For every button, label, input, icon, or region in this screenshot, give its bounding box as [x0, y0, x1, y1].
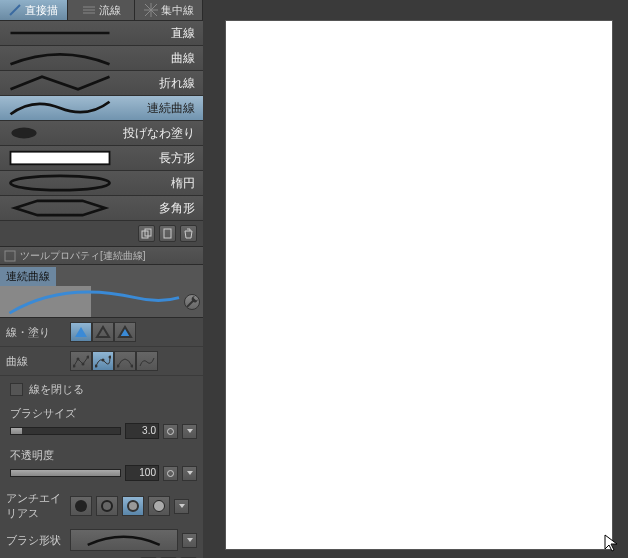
- tool-label: 直線: [120, 25, 203, 42]
- brush-shape-row: ブラシ形状: [0, 525, 203, 555]
- canvas[interactable]: [225, 20, 613, 550]
- tool-item-polyline[interactable]: 折れ線: [0, 71, 203, 96]
- opacity-value[interactable]: 100: [125, 465, 159, 481]
- svg-point-14: [102, 359, 105, 362]
- tab-direct-draw[interactable]: 直接描: [0, 0, 68, 20]
- tool-item-cont-curve[interactable]: 連続曲線: [0, 96, 203, 121]
- left-panel: 直接描 流線 集中線 直線 曲線 折れ線 連続曲線 投げなわ塗り: [0, 0, 203, 558]
- tab-label: 流線: [99, 3, 121, 18]
- svg-line-0: [10, 5, 20, 15]
- curve-type-1[interactable]: [70, 351, 92, 371]
- antialias-options: [70, 496, 170, 516]
- line-fill-toggle[interactable]: [114, 322, 136, 342]
- curve-type-2[interactable]: [92, 351, 114, 371]
- bezier-icon: [117, 354, 133, 368]
- antialias-dropdown[interactable]: [174, 499, 189, 514]
- svg-point-17: [131, 365, 134, 368]
- polyline-icon: [73, 354, 89, 368]
- curve-type-toggles: [70, 351, 158, 371]
- cursor-icon: [604, 534, 618, 552]
- opacity-row: 不透明度 100: [0, 445, 203, 487]
- prop-icon: [4, 250, 16, 262]
- svg-point-11: [82, 363, 85, 366]
- aa-none[interactable]: [70, 496, 92, 516]
- flow-icon: [82, 3, 96, 17]
- svg-rect-3: [11, 152, 110, 165]
- opacity-dropdown[interactable]: [182, 466, 197, 481]
- brush-size-value[interactable]: 3.0: [125, 423, 159, 439]
- preset-preview: [0, 286, 203, 318]
- preset-stroke-icon: [0, 286, 203, 317]
- svg-point-16: [117, 365, 120, 368]
- tab-label: 直接描: [25, 3, 58, 18]
- close-line-row[interactable]: 線を閉じる: [0, 376, 203, 403]
- chevron-down-icon: [186, 469, 194, 477]
- new-button[interactable]: [159, 225, 176, 242]
- wrench-icon: [185, 295, 199, 309]
- opacity-link-button[interactable]: [163, 466, 178, 481]
- curve-type-4[interactable]: [136, 351, 158, 371]
- tool-label: 楕円: [120, 175, 203, 192]
- brush-shape-preview[interactable]: [70, 529, 178, 551]
- link-icon: [166, 469, 175, 478]
- preview-ellipse-icon: [0, 171, 120, 195]
- opacity-label: 不透明度: [10, 448, 197, 463]
- tool-list: 直線 曲線 折れ線 連続曲線 投げなわ塗り 長方形 楕円 多角形: [0, 20, 203, 221]
- gutter: [203, 0, 225, 558]
- curve-label: 曲線: [6, 354, 66, 369]
- svg-point-19: [168, 470, 174, 476]
- preset-name: 連続曲線: [0, 267, 56, 286]
- delete-button[interactable]: [180, 225, 197, 242]
- tool-label: 長方形: [120, 150, 203, 167]
- tool-label: 曲線: [120, 50, 203, 67]
- tool-item-ellipse[interactable]: 楕円: [0, 171, 203, 196]
- curve-type-3[interactable]: [114, 351, 136, 371]
- aa-weak[interactable]: [96, 496, 118, 516]
- top-strip: [203, 0, 628, 20]
- close-line-checkbox[interactable]: [10, 383, 23, 396]
- spline-icon: [95, 354, 111, 368]
- svg-point-4: [11, 176, 110, 190]
- line-icon: [8, 3, 22, 17]
- settings-button[interactable]: [184, 294, 200, 310]
- preview-polygon-icon: [0, 196, 120, 220]
- tool-label: 連続曲線: [120, 100, 203, 117]
- svg-rect-7: [164, 229, 171, 238]
- preset-bar: 連続曲線: [0, 265, 203, 286]
- brush-shape-dropdown[interactable]: [182, 533, 197, 548]
- tab-label: 集中線: [161, 3, 194, 18]
- chevron-down-icon: [186, 427, 194, 435]
- tool-item-rect[interactable]: 長方形: [0, 146, 203, 171]
- aa-mid[interactable]: [122, 496, 144, 516]
- tool-item-line[interactable]: 直線: [0, 21, 203, 46]
- fill-only-toggle[interactable]: [70, 322, 92, 342]
- brush-size-row: ブラシサイズ 3.0: [0, 403, 203, 445]
- tool-label: 投げなわ塗り: [120, 125, 203, 142]
- brush-size-link-button[interactable]: [163, 424, 178, 439]
- preview-polyline-icon: [0, 71, 120, 95]
- svg-point-13: [95, 365, 98, 368]
- shape-stroke-icon: [76, 532, 171, 548]
- tool-label: 折れ線: [120, 75, 203, 92]
- close-line-label: 線を閉じる: [29, 382, 84, 397]
- brush-size-slider[interactable]: [10, 427, 121, 435]
- preview-line-icon: [0, 21, 120, 45]
- tab-flowlines[interactable]: 流線: [68, 0, 136, 20]
- tab-focuslines[interactable]: 集中線: [135, 0, 203, 20]
- property-header: ツールプロパティ[連続曲線]: [0, 247, 203, 265]
- link-icon: [166, 427, 175, 436]
- line-only-toggle[interactable]: [92, 322, 114, 342]
- brush-size-dropdown[interactable]: [182, 424, 197, 439]
- tool-item-polygon[interactable]: 多角形: [0, 196, 203, 221]
- line-fill-icon: [117, 325, 133, 339]
- svg-point-10: [77, 358, 80, 361]
- antialias-label: アンチエイリアス: [6, 491, 66, 521]
- tool-tabs: 直接描 流線 集中線: [0, 0, 203, 20]
- duplicate-button[interactable]: [138, 225, 155, 242]
- aa-strong[interactable]: [148, 496, 170, 516]
- preview-rect-icon: [0, 146, 120, 170]
- tool-item-lasso-fill[interactable]: 投げなわ塗り: [0, 121, 203, 146]
- opacity-slider[interactable]: [10, 469, 121, 477]
- focus-icon: [144, 3, 158, 17]
- tool-item-curve[interactable]: 曲線: [0, 46, 203, 71]
